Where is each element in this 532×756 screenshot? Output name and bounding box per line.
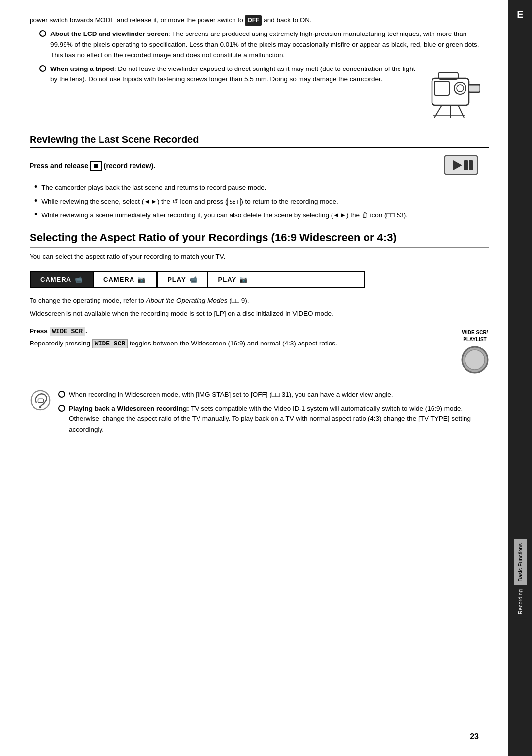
svg-line-6 bbox=[434, 105, 442, 118]
content-area: power switch towards MODE and release it… bbox=[0, 0, 508, 756]
wide-scr-code2: WIDE SCR bbox=[92, 339, 128, 348]
section1-title: Reviewing the Last Scene Recorded bbox=[30, 134, 489, 148]
mode-btn-play-photo-label: PLAY bbox=[218, 276, 236, 283]
svg-rect-0 bbox=[432, 78, 469, 105]
svg-rect-1 bbox=[434, 81, 449, 95]
wide-scr-text: Press WIDE SCR. Repeatedly pressing WIDE… bbox=[30, 327, 446, 351]
mode-btn-camera-photo[interactable]: CAMERA 📷 bbox=[94, 272, 157, 287]
mode-btn-camera-video-icon: 📹 bbox=[74, 276, 83, 283]
s1-bullet2: • While reviewing the scene, select (◄►)… bbox=[34, 196, 489, 207]
bullet-lcd: About the LCD and viewfinder screen: The… bbox=[39, 29, 489, 61]
svg-rect-21 bbox=[38, 399, 43, 402]
note-bullet2-bold: Playing back a Widescreen recording: bbox=[69, 405, 189, 412]
s1-bullet2-text: While reviewing the scene, select (◄►) t… bbox=[41, 196, 338, 207]
svg-point-3 bbox=[457, 85, 464, 92]
wide-scr-button-circle[interactable] bbox=[461, 346, 489, 375]
s1-bullet1-text: The camcorder plays back the last scene … bbox=[41, 182, 266, 193]
mode-btn-play-photo[interactable]: PLAY 📷 bbox=[208, 272, 258, 287]
svg-point-2 bbox=[454, 82, 466, 94]
mode-btn-camera-video[interactable]: CAMERA 📹 bbox=[31, 272, 94, 287]
note-bullet-circle-1 bbox=[58, 391, 65, 398]
record-review-btn-illustration bbox=[443, 154, 479, 177]
press-release-row: Press and release ⏹ (record review). bbox=[30, 154, 489, 177]
s1-bullet3: • While reviewing a scene immediately af… bbox=[34, 210, 489, 221]
note-content: When recording in Widescreen mode, with … bbox=[58, 389, 489, 438]
camcorder-illustration bbox=[425, 64, 489, 124]
camcorder-svg bbox=[425, 64, 489, 120]
mode-btn-camera-photo-icon: 📷 bbox=[137, 276, 146, 283]
intro-line1: power switch towards MODE and release it… bbox=[30, 16, 245, 24]
wide-scr-code1: WIDE SCR bbox=[50, 327, 85, 336]
mode-note2: Widescreen is not available when the rec… bbox=[30, 309, 489, 319]
note-icon-area bbox=[30, 389, 51, 411]
wide-scr-btn-label: WIDE SCR/ PLAYLIST bbox=[462, 329, 488, 343]
bullet-tripod-text: When using a tripod: Do not leave the vi… bbox=[50, 64, 417, 85]
sidebar-basic-functions: Basic Functions bbox=[514, 539, 527, 585]
mode-btn-play-video[interactable]: PLAY 📹 bbox=[158, 272, 208, 287]
section2-intro: You can select the aspect ratio of your … bbox=[30, 251, 489, 262]
note-icon-svg bbox=[30, 390, 51, 411]
mode-btn-camera-video-label: CAMERA bbox=[40, 276, 71, 283]
off-badge: OFF bbox=[245, 15, 262, 26]
note-bullet2: Playing back a Widescreen recording: TV … bbox=[58, 403, 489, 435]
press-release-label: Press and release ⏹ (record review). bbox=[30, 162, 155, 170]
record-review-key: ⏹ bbox=[90, 161, 102, 171]
sidebar-label-area: Basic Functions Recording bbox=[508, 539, 532, 618]
bullet-dot-1: • bbox=[34, 182, 37, 191]
wide-scr-btn-label2: PLAYLIST bbox=[463, 337, 486, 342]
svg-point-18 bbox=[465, 350, 485, 370]
svg-line-8 bbox=[458, 105, 464, 118]
section2-title-text: Selecting the Aspect Ratio of your Recor… bbox=[30, 231, 397, 243]
wide-scr-btn-svg bbox=[461, 346, 489, 374]
wide-scr-section: Press WIDE SCR. Repeatedly pressing WIDE… bbox=[30, 327, 489, 375]
wide-scr-desc: Repeatedly pressing WIDE SCR toggles bet… bbox=[30, 338, 446, 349]
svg-point-20 bbox=[39, 406, 42, 408]
mode-note1-italic: About the Operating Modes bbox=[146, 297, 227, 304]
page-container: power switch towards MODE and release it… bbox=[0, 0, 532, 756]
intro-paragraph: power switch towards MODE and release it… bbox=[30, 15, 489, 26]
mode-bar: CAMERA 📹 CAMERA 📷 PLAY 📹 PLAY 📷 bbox=[30, 271, 365, 288]
sidebar-recording: Recording bbox=[514, 585, 527, 618]
wide-scr-button-area: WIDE SCR/ PLAYLIST bbox=[461, 329, 489, 375]
right-sidebar: E Basic Functions Recording bbox=[508, 0, 532, 756]
bullet-circle-2 bbox=[39, 65, 46, 72]
s1-bullet3-text: While reviewing a scene immediately afte… bbox=[41, 210, 408, 221]
svg-rect-5 bbox=[469, 85, 480, 91]
note-bullet-circle-2 bbox=[58, 405, 65, 412]
mode-btn-play-photo-icon: 📷 bbox=[239, 276, 248, 283]
intro-bullets: About the LCD and viewfinder screen: The… bbox=[39, 29, 489, 123]
section2-title: Selecting the Aspect Ratio of your Recor… bbox=[30, 231, 489, 248]
note-bullet1-text: When recording in Widescreen mode, with … bbox=[69, 389, 393, 400]
e-label: E bbox=[517, 9, 523, 20]
mode-note1: To change the operating mode, refer to A… bbox=[30, 295, 489, 306]
note-bullet1: When recording in Widescreen mode, with … bbox=[58, 389, 489, 400]
s1-bullet1: • The camcorder plays back the last scen… bbox=[34, 182, 489, 193]
bullet-lcd-text: About the LCD and viewfinder screen: The… bbox=[50, 29, 489, 61]
note-bullet2-text: Playing back a Widescreen recording: TV … bbox=[69, 403, 489, 435]
bullet-dot-2: • bbox=[34, 196, 37, 205]
bullet-tripod: When using a tripod: Do not leave the vi… bbox=[39, 64, 489, 124]
mode-btn-camera-photo-label: CAMERA bbox=[103, 276, 134, 283]
press-release-heading: Press and release ⏹ (record review). bbox=[30, 161, 155, 171]
mode-btn-play-video-label: PLAY bbox=[167, 276, 186, 283]
page-number: 23 bbox=[470, 732, 479, 741]
svg-rect-15 bbox=[464, 160, 468, 170]
svg-rect-16 bbox=[469, 160, 473, 170]
mode-btn-play-video-icon: 📹 bbox=[189, 276, 198, 283]
note-box: When recording in Widescreen mode, with … bbox=[30, 383, 489, 438]
bullet-tripod-bold: When using a tripod bbox=[50, 65, 114, 72]
wide-scr-press-label: Press WIDE SCR. bbox=[30, 327, 446, 335]
wide-scr-btn-label1: WIDE SCR/ bbox=[462, 330, 488, 335]
bullet-circle-1 bbox=[39, 30, 46, 37]
record-btn-svg bbox=[443, 154, 479, 176]
intro-line2: and back to ON. bbox=[262, 16, 311, 24]
section1-bullets: • The camcorder plays back the last scen… bbox=[34, 182, 489, 220]
bullet-lcd-bold: About the LCD and viewfinder screen bbox=[50, 30, 168, 37]
bullet-dot-3: • bbox=[34, 210, 37, 219]
